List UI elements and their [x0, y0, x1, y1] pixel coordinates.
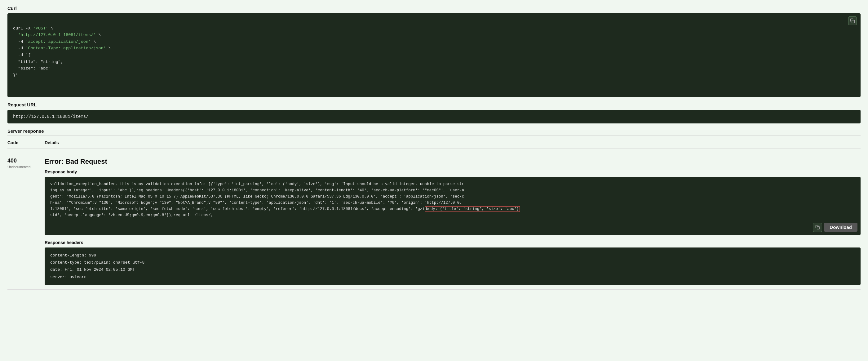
request-url-block: http://127.0.0.1:18081/items/: [7, 110, 861, 123]
response-headers-block: content-length: 999 content-type: text/p…: [44, 247, 861, 285]
curl-line-5: -d '{: [13, 53, 31, 57]
header-line-1: content-length: 999: [50, 252, 855, 259]
error-title: Error: Bad Request: [44, 157, 861, 166]
response-table-header: Code Details: [7, 140, 861, 147]
server-response-section: Server response Code Details 400 Undocum…: [7, 128, 861, 290]
server-response-label: Server response: [7, 128, 861, 134]
divider-1: [7, 136, 861, 136]
header-line-4: server: uvicorn: [50, 274, 855, 281]
curl-section: Curl curl -X 'POST' \ 'http://127.0.0.1:…: [7, 6, 861, 97]
header-line-3: date: Fri, 01 Nov 2024 02:05:10 GMT: [50, 266, 855, 273]
request-url-label: Request URL: [7, 102, 861, 107]
curl-line-4: -H 'Content-Type: application/json' \: [13, 46, 111, 51]
request-url-section: Request URL http://127.0.0.1:18081/items…: [7, 102, 861, 123]
response-undocumented: Undocumented: [7, 165, 31, 169]
curl-line-2: 'http://127.0.0.1:18081/items/' \: [13, 33, 101, 37]
curl-label: Curl: [7, 6, 861, 11]
response-body-label: Response body: [44, 169, 861, 174]
page-container: Curl curl -X 'POST' \ 'http://127.0.0.1:…: [0, 0, 868, 295]
download-btn-area: Download: [813, 223, 858, 232]
svg-rect-0: [852, 20, 855, 23]
response-code-number: 400: [7, 157, 44, 164]
col-details-header: Details: [44, 140, 59, 145]
header-line-2: content-type: text/plain; charset=utf-8: [50, 259, 855, 266]
col-code-header: Code: [7, 140, 44, 145]
response-body-highlighted: body: {'title': 'string', 'size': 'abc'}: [425, 206, 520, 212]
curl-line-1: curl -X 'POST' \: [13, 26, 53, 31]
response-body-copy-icon[interactable]: [813, 223, 822, 232]
curl-line-8: }': [13, 73, 18, 78]
curl-line-6: "title": "string",: [13, 60, 63, 64]
curl-line-3: -H 'accept: application/json' \: [13, 39, 96, 44]
response-code-cell: 400 Undocumented: [7, 157, 44, 169]
request-url-value: http://127.0.0.1:18081/items/: [13, 114, 89, 119]
response-headers-label: Response headers: [44, 240, 861, 245]
divider-2: [7, 149, 861, 149]
svg-rect-1: [817, 227, 819, 229]
response-body-text-2: std', 'accept-language': 'zh-en-US;q=0.9…: [50, 213, 213, 217]
download-button[interactable]: Download: [824, 223, 858, 232]
response-details: Error: Bad Request Response body validat…: [44, 157, 861, 285]
curl-code-block: curl -X 'POST' \ 'http://127.0.0.1:18081…: [7, 13, 861, 97]
curl-copy-icon[interactable]: [848, 17, 857, 25]
response-body-block: validation_exception_handler, this is my…: [44, 177, 861, 235]
response-row: 400 Undocumented Error: Bad Request Resp…: [7, 153, 861, 290]
response-body-text-1: validation_exception_handler, this is my…: [50, 182, 464, 211]
curl-line-7: "size": "abc": [13, 66, 51, 71]
